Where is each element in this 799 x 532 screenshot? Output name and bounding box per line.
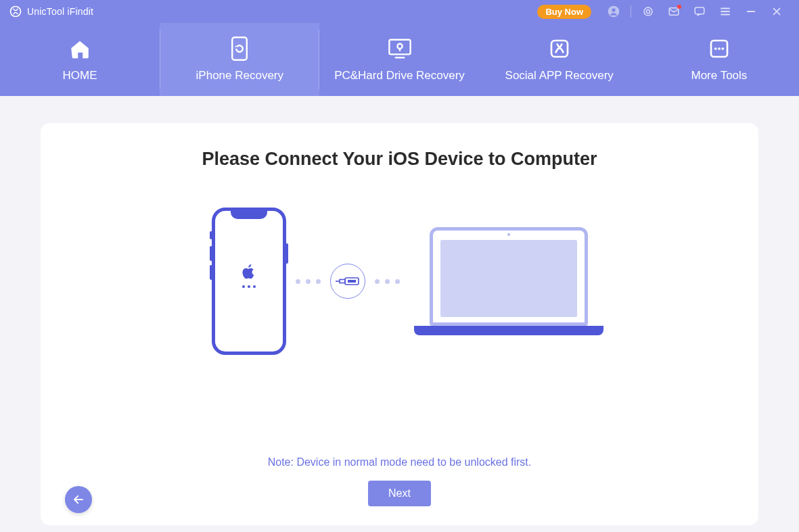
mail-icon[interactable] — [666, 4, 681, 19]
svg-point-2 — [612, 8, 615, 11]
account-icon[interactable] — [606, 4, 621, 19]
svg-rect-25 — [340, 280, 345, 283]
next-button[interactable]: Next — [368, 481, 431, 506]
home-icon — [68, 37, 92, 61]
iphone-illustration-icon — [212, 208, 286, 355]
tab-label: Social APP Recovery — [505, 69, 614, 82]
connect-illustration — [212, 208, 588, 355]
pc-recovery-icon — [388, 37, 412, 61]
titlebar-separator — [631, 5, 631, 18]
main-nav: HOME iPhone Recovery PC&Hard Drive Recov… — [0, 23, 799, 96]
svg-point-20 — [714, 47, 717, 50]
svg-rect-14 — [389, 40, 410, 55]
app-logo-icon — [9, 5, 22, 18]
svg-point-22 — [721, 47, 724, 50]
tab-label: iPhone Recovery — [196, 69, 283, 82]
svg-point-21 — [718, 47, 721, 50]
apple-logo-icon — [242, 264, 256, 283]
svg-point-4 — [646, 9, 649, 13]
tab-iphone-recovery[interactable]: iPhone Recovery — [160, 23, 319, 96]
note-text: Note: Device in normal mode need to be u… — [268, 456, 532, 468]
close-icon[interactable] — [769, 4, 784, 19]
connection-dots-right-icon — [375, 279, 400, 284]
svg-point-3 — [644, 7, 652, 16]
svg-rect-24 — [348, 280, 356, 283]
svg-point-0 — [11, 7, 21, 17]
more-tools-icon — [707, 37, 731, 61]
tab-social-recovery[interactable]: Social APP Recovery — [480, 23, 639, 96]
connect-card: Please Connect Your iOS Device to Comput… — [41, 123, 758, 525]
svg-rect-6 — [695, 7, 704, 14]
tab-label: More Tools — [691, 69, 747, 82]
menu-icon[interactable] — [718, 4, 733, 19]
notification-dot-icon — [677, 5, 681, 9]
svg-point-16 — [397, 44, 402, 49]
feedback-icon[interactable] — [692, 4, 707, 19]
page-title: Please Connect Your iOS Device to Comput… — [202, 149, 597, 170]
tab-more-tools[interactable]: More Tools — [639, 23, 799, 96]
tab-label: HOME — [63, 69, 97, 82]
svg-rect-13 — [232, 37, 247, 60]
target-icon[interactable] — [641, 4, 656, 19]
tab-label: PC&Hard Drive Recovery — [334, 69, 465, 82]
content-area: Please Connect Your iOS Device to Comput… — [0, 96, 799, 532]
arrow-left-icon — [72, 493, 85, 506]
tab-home[interactable]: HOME — [0, 23, 160, 96]
usb-connector-icon — [330, 264, 365, 299]
connection-dots-left-icon — [296, 279, 321, 284]
app-title: UnicTool iFindit — [27, 6, 93, 17]
buy-now-button[interactable]: Buy Now — [537, 5, 591, 19]
tab-pc-recovery[interactable]: PC&Hard Drive Recovery — [319, 23, 479, 96]
back-button[interactable] — [65, 486, 92, 513]
title-bar: UnicTool iFindit Buy Now — [0, 0, 799, 23]
iphone-recovery-icon — [227, 37, 252, 61]
app-window: UnicTool iFindit Buy Now — [0, 0, 799, 532]
laptop-illustration-icon — [430, 227, 588, 335]
minimize-icon[interactable] — [744, 4, 758, 19]
social-app-icon — [547, 37, 572, 61]
